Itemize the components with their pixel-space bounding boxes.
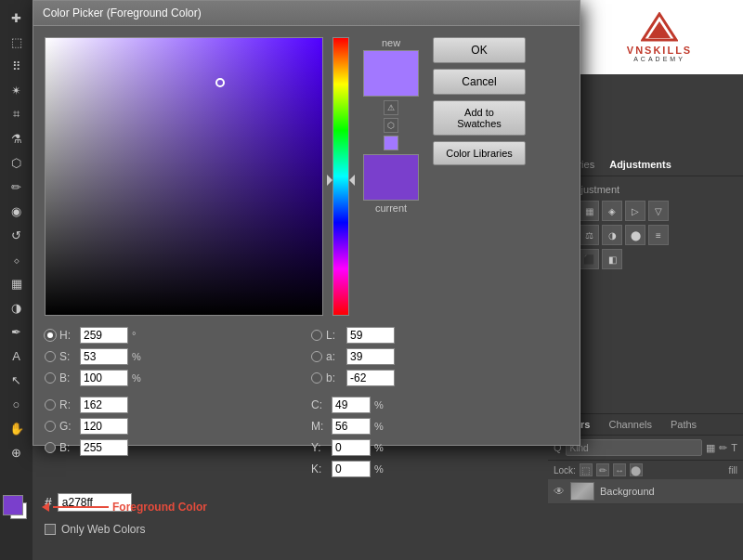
field-r-input[interactable] [80,397,128,413]
adj-icon-channel[interactable]: ≡ [648,225,669,245]
field-b3-input[interactable] [346,370,395,386]
field-c-input[interactable] [332,397,371,413]
field-b3-label: b: [326,371,343,384]
layers-icon3: T [731,442,737,453]
radio-b3[interactable] [311,372,322,384]
logo-area: VNSKILLS ACADEMY [576,0,743,74]
adj-icon-exposure[interactable]: ▷ [625,201,645,221]
adj-icon-posterize[interactable]: ⬛ [579,249,599,269]
color-field-wrap[interactable] [45,37,323,316]
field-b-unit: % [132,372,145,384]
hue-slider-wrap[interactable] [332,37,349,316]
radio-b[interactable] [45,372,56,384]
radio-l[interactable] [311,330,322,341]
tool-brush[interactable]: ✏ [7,176,27,197]
field-m-input[interactable] [332,418,371,435]
adj-label: an adjustment [555,184,736,195]
tool-stamp[interactable]: ◉ [7,201,27,221]
field-l-input[interactable] [346,327,395,344]
tool-dodge[interactable]: ◑ [7,297,27,318]
fields-section: H: ° S: % B: % R: [33,327,580,493]
adj-icon-curves[interactable]: ◈ [602,201,622,221]
field-s-input[interactable] [80,348,128,365]
field-a-label: a: [326,350,343,363]
cancel-button[interactable]: Cancel [433,69,526,95]
field-s-row: S: % [45,348,302,365]
field-g-row: G: [45,418,302,435]
field-a-row: a: [311,348,568,365]
tab-channels[interactable]: Channels [599,414,660,435]
field-r-label: R: [59,398,76,411]
field-y-input[interactable] [332,439,371,456]
field-h-unit: ° [132,330,145,341]
field-m-unit: % [374,421,384,432]
foreground-color-swatch[interactable] [3,495,23,515]
tab-adjustments[interactable]: Adjustments [602,155,679,174]
web-colors-checkbox[interactable] [45,524,56,535]
field-y-unit: % [374,442,384,453]
tool-path[interactable]: ↖ [7,370,27,390]
arrow-head-icon [42,502,49,512]
field-h-input[interactable] [80,327,128,344]
tool-crop[interactable]: ⌗ [7,104,27,124]
color-brightness-layer [46,38,322,315]
field-g-label: G: [59,420,76,433]
radio-g[interactable] [45,421,56,432]
tool-pen[interactable]: ✒ [7,321,27,342]
tool-wand[interactable]: ✴ [7,80,27,100]
adj-icon-threshold[interactable]: ◧ [602,249,622,269]
field-a-input[interactable] [346,348,395,365]
preview-new-label: new [382,37,400,48]
lock-icon-3[interactable]: ↔ [613,463,626,476]
kind-search-box[interactable]: Kind [566,439,703,456]
alert-icon[interactable]: ⚠ [384,100,398,115]
adj-icons-row2: ⬡ ⚖ ◑ ⬤ ≡ [555,225,736,245]
arrow-line [53,506,109,508]
color-libraries-button[interactable]: Color Libraries [433,141,526,165]
field-b2-row: B: [45,439,302,456]
color-field[interactable] [45,37,323,316]
adj-icon-photo[interactable]: ⬤ [625,225,645,245]
field-c-unit: % [374,399,384,410]
field-b-input[interactable] [80,370,128,386]
tool-history[interactable]: ↺ [7,225,27,245]
layers-icon2: ✏ [719,442,727,454]
tab-paths[interactable]: Paths [661,414,706,435]
adj-icon-vibrance[interactable]: ▽ [648,201,669,221]
hue-arrow-right [349,175,355,186]
tool-move[interactable]: ✚ [7,7,27,28]
tool-gradient[interactable]: ▦ [7,273,27,293]
tool-patch[interactable]: ⬡ [7,152,27,173]
radio-s[interactable] [45,351,56,362]
field-k-input[interactable] [332,461,371,477]
add-to-swatches-button[interactable]: Add to Swatches [433,100,526,136]
tool-lasso[interactable]: ⠿ [7,56,27,76]
radio-h[interactable] [45,330,56,341]
cube-icon[interactable]: ⬡ [384,118,398,133]
tool-type[interactable]: A [7,345,27,366]
hue-slider[interactable] [332,37,349,316]
tool-shape[interactable]: ○ [7,394,27,414]
adj-icon-levels[interactable]: ▦ [579,201,599,221]
lock-icon-2[interactable]: ✏ [596,463,609,476]
tool-eraser[interactable]: ⬦ [7,249,27,269]
field-k-unit: % [374,463,384,475]
tool-select-rect[interactable]: ⬚ [7,32,27,52]
color-swatch-area [3,495,31,523]
field-b2-input[interactable] [80,439,128,456]
tool-zoom[interactable]: ⊕ [7,442,27,462]
tool-eyedropper[interactable]: ⚗ [7,128,27,149]
tool-hand[interactable]: ✋ [7,418,27,438]
radio-a[interactable] [311,351,322,362]
radio-b2[interactable] [45,442,56,453]
adj-icon-colorbalance[interactable]: ⚖ [579,225,599,245]
logo-title: VNSKILLS [627,45,692,56]
lock-icon-4[interactable]: ⬤ [630,463,643,476]
adj-icon-bw[interactable]: ◑ [602,225,622,245]
radio-r[interactable] [45,399,56,410]
field-g-input[interactable] [80,418,128,435]
web-colors-label: Only Web Colors [61,523,145,536]
swatch-icon[interactable] [384,136,398,150]
ok-button[interactable]: OK [433,37,526,63]
lock-icon-1[interactable]: ⬚ [580,463,593,476]
